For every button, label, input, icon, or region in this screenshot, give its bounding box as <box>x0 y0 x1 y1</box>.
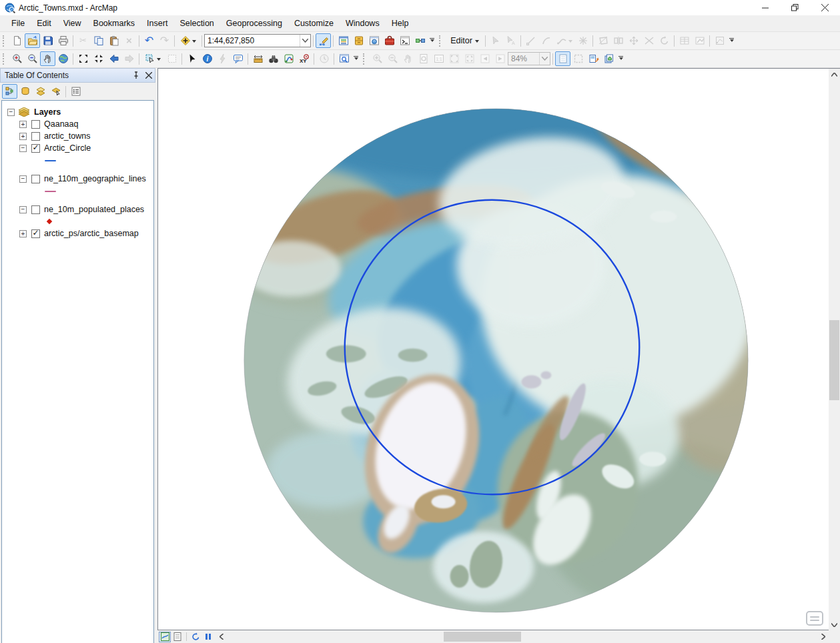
search-window-button[interactable] <box>366 33 382 48</box>
copy-button[interactable] <box>91 33 106 48</box>
list-by-source-button[interactable] <box>17 84 33 99</box>
data-driven-pages-button[interactable] <box>601 51 616 66</box>
map-floating-panel-button[interactable] <box>806 611 823 626</box>
paste-button[interactable] <box>106 33 121 48</box>
layout-zoom-out-button[interactable] <box>385 51 400 66</box>
layer-visibility-checkbox[interactable] <box>31 120 40 129</box>
pin-icon[interactable] <box>132 71 140 79</box>
measure-button[interactable] <box>250 51 266 66</box>
layer-row[interactable]: ne_10m_populated_places <box>2 203 153 215</box>
menu-edit[interactable]: Edit <box>31 16 57 31</box>
redo-button[interactable]: ↷ <box>157 33 172 48</box>
save-button[interactable] <box>40 33 55 48</box>
toolbar-grip[interactable] <box>3 35 7 47</box>
undo-button[interactable]: ↶ <box>141 33 157 48</box>
feature-construction-button[interactable] <box>575 33 590 48</box>
arctoolbox-window-button[interactable] <box>382 33 397 48</box>
layer-label[interactable]: Arctic_Circle <box>44 143 91 153</box>
layer-label[interactable]: Qaanaaq <box>44 119 78 129</box>
hyperlink-button[interactable] <box>215 51 230 66</box>
split-tool-button[interactable] <box>610 33 626 48</box>
menu-selection[interactable]: Selection <box>173 16 220 31</box>
arc-segment-button[interactable] <box>538 33 554 48</box>
clear-selected-features-button[interactable] <box>164 51 179 66</box>
map-scale-value[interactable]: 1:44,627,850 <box>205 36 300 45</box>
print-button[interactable] <box>55 33 71 48</box>
map-scale-combo[interactable]: 1:44,627,850 <box>204 34 311 47</box>
restore-button[interactable] <box>780 0 810 15</box>
edit-tool-button[interactable] <box>488 33 503 48</box>
edit-annotation-tool-button[interactable]: A <box>503 33 518 48</box>
layer-row[interactable]: arctic_towns <box>2 130 153 142</box>
python-window-button[interactable] <box>397 33 412 48</box>
focus-data-frame-button[interactable] <box>570 51 586 66</box>
go-to-xy-button[interactable]: XY <box>296 51 312 66</box>
zoom-whole-page-button[interactable] <box>416 51 431 66</box>
change-layout-button[interactable] <box>586 51 601 66</box>
editor-menu-button[interactable]: Editor <box>446 33 483 48</box>
toc-options-button[interactable] <box>68 84 83 99</box>
toc-header[interactable]: Table Of Contents <box>0 68 155 83</box>
layout-go-forward-button[interactable] <box>492 51 508 66</box>
select-elements-button[interactable] <box>184 51 199 66</box>
layer-label[interactable]: ne_10m_populated_places <box>44 205 144 214</box>
editor-toolbar-toggle-button[interactable] <box>316 33 331 48</box>
full-extent-button[interactable] <box>55 51 71 66</box>
layer-visibility-checkbox[interactable] <box>31 205 40 214</box>
open-button[interactable] <box>25 33 40 48</box>
layer-visibility-checkbox[interactable] <box>31 132 40 141</box>
zoom-in-button[interactable] <box>9 51 25 66</box>
menu-bookmarks[interactable]: Bookmarks <box>87 16 141 31</box>
layout-zoom-percent-value[interactable]: 84% <box>508 54 539 63</box>
horizontal-scroll-thumb[interactable] <box>444 632 521 642</box>
horizontal-scroll-track[interactable] <box>227 631 817 642</box>
layer-row[interactable]: arctic_ps/arctic_basemap <box>2 227 153 239</box>
list-by-visibility-button[interactable] <box>33 84 48 99</box>
layer-group-row[interactable]: Layers <box>2 106 153 118</box>
data-view-button[interactable] <box>159 632 171 642</box>
layout-go-back-button[interactable] <box>477 51 492 66</box>
layer-label[interactable]: arctic_ps/arctic_basemap <box>44 229 139 238</box>
vertical-scroll-track[interactable] <box>829 80 840 619</box>
point-symbol[interactable] <box>47 219 52 224</box>
list-by-selection-button[interactable] <box>48 84 63 99</box>
pause-drawing-button[interactable] <box>202 632 214 642</box>
fixed-zoom-out-button[interactable] <box>91 51 106 66</box>
layer-row[interactable]: Qaanaaq <box>2 118 153 130</box>
expand-collapse-icon[interactable] <box>19 133 27 140</box>
straight-segment-button[interactable] <box>523 33 538 48</box>
menu-customize[interactable]: Customize <box>288 16 340 31</box>
toolbar-overflow-button[interactable] <box>352 51 360 66</box>
zoom-out-button[interactable] <box>25 51 40 66</box>
layout-fixed-zoom-in-button[interactable] <box>446 51 462 66</box>
fixed-zoom-in-button[interactable] <box>75 51 91 66</box>
sketch-properties-button[interactable] <box>692 33 707 48</box>
catalog-window-button[interactable] <box>351 33 366 48</box>
menu-help[interactable]: Help <box>386 16 415 31</box>
time-slider-button[interactable] <box>316 51 332 66</box>
layout-zoom-in-button[interactable] <box>370 51 385 66</box>
map-view[interactable] <box>157 68 829 630</box>
html-popup-button[interactable] <box>230 51 246 66</box>
combo-arrow-icon[interactable] <box>539 53 550 65</box>
toolbar-grip[interactable] <box>3 53 7 65</box>
minimize-button[interactable] <box>750 0 780 15</box>
expand-collapse-icon[interactable] <box>7 109 15 116</box>
go-forward-extent-button[interactable] <box>121 51 137 66</box>
toolbar-overflow-button[interactable] <box>428 33 436 48</box>
edit-vertices-button[interactable] <box>712 33 727 48</box>
delete-button[interactable]: × <box>121 33 137 48</box>
layer-visibility-checkbox[interactable] <box>31 175 40 183</box>
refresh-view-button[interactable] <box>189 632 201 642</box>
layout-zoom-percent-combo[interactable]: 84% <box>508 52 550 65</box>
find-button[interactable] <box>266 51 281 66</box>
layout-pan-button[interactable] <box>400 51 416 66</box>
create-viewer-window-button[interactable] <box>336 51 352 66</box>
menu-view[interactable]: View <box>57 16 87 31</box>
menu-insert[interactable]: Insert <box>141 16 173 31</box>
layer-row[interactable]: Arctic_Circle <box>2 142 153 154</box>
close-button[interactable] <box>810 0 840 15</box>
layer-symbol-row[interactable] <box>2 215 153 227</box>
layer-label[interactable]: arctic_towns <box>44 131 90 141</box>
cut-polygons-button[interactable] <box>595 33 610 48</box>
